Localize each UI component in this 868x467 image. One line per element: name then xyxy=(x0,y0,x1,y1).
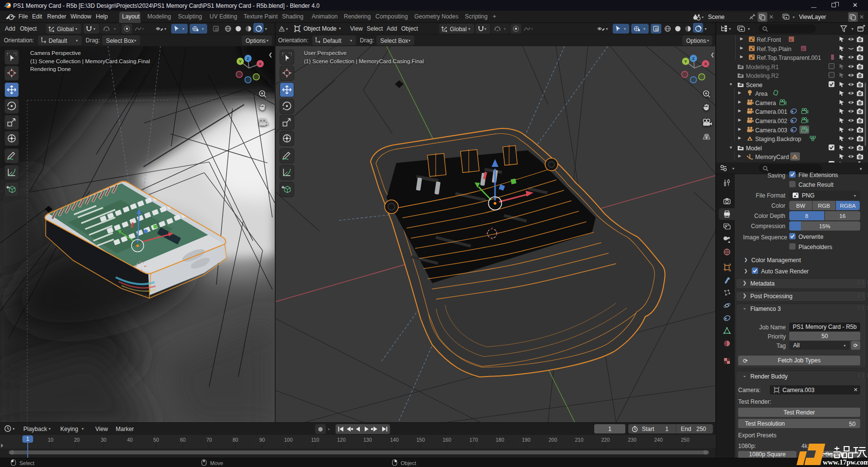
svg-text:Y: Y xyxy=(239,59,242,64)
svg-text:110: 110 xyxy=(311,437,319,443)
svg-text:230: 230 xyxy=(628,437,637,443)
svg-text:80: 80 xyxy=(232,437,238,443)
svg-text:20: 20 xyxy=(74,437,80,443)
svg-text:180: 180 xyxy=(496,437,504,443)
svg-text:30: 30 xyxy=(101,437,106,443)
svg-text:250: 250 xyxy=(681,437,690,443)
svg-text:140: 140 xyxy=(390,437,399,443)
svg-text:210: 210 xyxy=(575,437,584,443)
svg-text:Z: Z xyxy=(247,56,249,61)
svg-text:X: X xyxy=(704,62,707,66)
svg-text:170: 170 xyxy=(469,437,478,443)
svg-text:200: 200 xyxy=(549,437,557,443)
svg-text:150: 150 xyxy=(416,437,425,443)
svg-text:190: 190 xyxy=(522,437,531,443)
svg-text:10: 10 xyxy=(48,437,53,443)
svg-text:www.17pw.com: www.17pw.com xyxy=(823,458,868,466)
svg-text:50: 50 xyxy=(153,437,159,443)
svg-text:220: 220 xyxy=(601,437,610,443)
svg-text:Z: Z xyxy=(692,56,695,61)
svg-text:130: 130 xyxy=(363,437,372,443)
svg-text:X: X xyxy=(259,62,262,66)
svg-text:Y: Y xyxy=(684,59,687,64)
svg-text:160: 160 xyxy=(443,437,451,443)
svg-text:60: 60 xyxy=(180,437,186,443)
svg-text:90: 90 xyxy=(259,437,265,443)
svg-text:40: 40 xyxy=(127,437,133,443)
svg-text:1: 1 xyxy=(26,436,29,442)
svg-text:70: 70 xyxy=(206,437,212,443)
svg-text:100: 100 xyxy=(284,437,293,443)
svg-text:240: 240 xyxy=(654,437,663,443)
svg-text:120: 120 xyxy=(337,437,346,443)
